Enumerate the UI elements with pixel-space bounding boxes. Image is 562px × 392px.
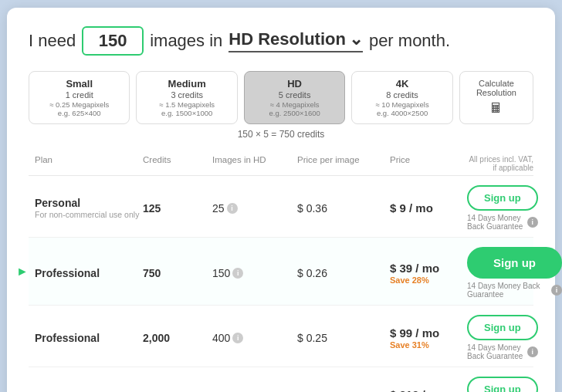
plan-price-per-image: $ 0.26 xyxy=(297,267,390,279)
table-row: Personal For non-commercial use only 125… xyxy=(29,176,533,238)
table-row: Professional 2,000 400 i $ 0.25 $ 99 / m… xyxy=(29,306,533,367)
guarantee-info-icon[interactable]: i xyxy=(551,285,562,296)
calculator-icon: 🖩 xyxy=(489,100,503,117)
signup-button[interactable]: Sign up xyxy=(467,315,538,340)
col-credits: Credits xyxy=(143,155,212,172)
signup-button[interactable]: Sign up xyxy=(467,377,538,392)
save-badge: Save 31% xyxy=(390,340,467,350)
selected-arrow-icon: ► xyxy=(16,265,29,279)
tile-medium-example: e.g. 1500×1000 xyxy=(141,109,232,117)
plan-name: Professional xyxy=(35,332,143,344)
credits-formula: 150 × 5 = 750 credits xyxy=(29,129,533,140)
plan-action: Sign up 14 Days Money Back Guarantee i xyxy=(467,247,562,299)
tile-medium-size: ≈ 1.5 Megapixels xyxy=(141,100,232,109)
resolution-label: HD Resolution xyxy=(229,29,346,49)
tile-small-example: e.g. 625×400 xyxy=(34,109,124,117)
header-suffix: per month. xyxy=(369,31,450,51)
tile-4k-title: 4K xyxy=(357,78,447,90)
tile-small-credits: 1 credit xyxy=(34,90,124,100)
resolution-tiles: Small 1 credit ≈ 0.25 Megapixels e.g. 62… xyxy=(29,71,533,124)
header-prefix: I need xyxy=(29,31,76,51)
save-badge: Save 28% xyxy=(390,275,467,285)
plan-name: Professional xyxy=(35,267,143,279)
pricing-card: I need images in HD Resolution ⌄ per mon… xyxy=(7,8,555,392)
tile-hd-example: e.g. 2500×1600 xyxy=(249,109,340,117)
plan-action: Sign up 14 Days Money Back Guarantee i xyxy=(467,185,541,231)
resolution-selector[interactable]: HD Resolution ⌄ xyxy=(229,29,363,52)
quantity-input[interactable] xyxy=(82,26,144,56)
header-middle: images in xyxy=(150,31,222,51)
plan-images: 400 i xyxy=(212,332,297,344)
tile-medium-credits: 3 credits xyxy=(141,90,232,100)
table-row: Professional 4,500 900 i $ 0.24 $ 219 / … xyxy=(29,367,533,392)
tile-4k-credits: 8 credits xyxy=(357,90,447,100)
col-plan: Plan xyxy=(35,155,143,172)
tile-4k-example: e.g. 4000×2500 xyxy=(357,109,447,117)
col-vat-note: All prices incl. VAT, if applicable xyxy=(467,155,533,172)
plan-images: 150 i xyxy=(212,267,297,279)
money-back-guarantee: 14 Days Money Back Guarantee i xyxy=(467,343,538,360)
signup-button[interactable]: Sign up xyxy=(467,247,562,279)
plan-rows: Personal For non-commercial use only 125… xyxy=(29,176,533,392)
plan-name-cell: Personal For non-commercial use only xyxy=(35,197,143,219)
plan-credits: 125 xyxy=(143,202,212,215)
signup-button[interactable]: Sign up xyxy=(467,185,538,211)
plan-price: $ 99 / mo Save 31% xyxy=(390,326,467,350)
money-back-guarantee: 14 Days Money Back Guarantee i xyxy=(467,214,538,231)
tile-hd[interactable]: HD 5 credits ≈ 4 Megapixels e.g. 2500×16… xyxy=(244,71,345,124)
tile-small-size: ≈ 0.25 Megapixels xyxy=(34,100,124,109)
tile-4k-size: ≈ 10 Megapixels xyxy=(357,100,447,109)
plan-price: $ 9 / mo xyxy=(390,201,467,215)
tile-4k[interactable]: 4K 8 credits ≈ 10 Megapixels e.g. 4000×2… xyxy=(351,71,452,124)
images-info-icon[interactable]: i xyxy=(232,333,243,343)
plan-price-per-image: $ 0.36 xyxy=(297,202,390,215)
plan-credits: 2,000 xyxy=(143,332,212,344)
plan-credits: 750 xyxy=(143,267,212,279)
table-row: ► Professional 750 150 i $ 0.26 $ 39 / m… xyxy=(29,238,533,306)
plan-action: Sign up 14 Days Money Back Guarantee i xyxy=(467,315,541,360)
chevron-down-icon: ⌄ xyxy=(349,29,363,49)
plan-price-per-image: $ 0.25 xyxy=(297,332,390,344)
tile-hd-credits: 5 credits xyxy=(249,90,340,100)
plan-price: $ 219 / mo Save 32% xyxy=(390,388,467,393)
tile-small[interactable]: Small 1 credit ≈ 0.25 Megapixels e.g. 62… xyxy=(29,71,130,124)
plan-name-cell: Professional xyxy=(35,267,143,279)
col-price-per: Price per image xyxy=(297,155,390,172)
guarantee-info-icon[interactable]: i xyxy=(527,217,538,228)
header-row: I need images in HD Resolution ⌄ per mon… xyxy=(29,26,533,56)
plan-images: 25 i xyxy=(212,202,297,215)
guarantee-info-icon[interactable]: i xyxy=(527,346,538,357)
tile-hd-size: ≈ 4 Megapixels xyxy=(249,100,340,109)
plan-action: Sign up 14 Days Money Back Guarantee i xyxy=(467,377,541,392)
tile-hd-title: HD xyxy=(249,78,340,90)
col-price: Price xyxy=(390,155,467,172)
table-header: Plan Credits Images in HD Price per imag… xyxy=(29,152,533,176)
plan-price: $ 39 / mo Save 28% xyxy=(390,262,467,285)
money-back-guarantee: 14 Days Money Back Guarantee i xyxy=(467,282,562,299)
tile-medium-title: Medium xyxy=(141,78,232,90)
tile-calculate[interactable]: CalculateResolution 🖩 xyxy=(459,71,533,124)
tile-small-title: Small xyxy=(34,78,124,90)
images-info-icon[interactable]: i xyxy=(232,268,243,279)
tile-medium[interactable]: Medium 3 credits ≈ 1.5 Megapixels e.g. 1… xyxy=(136,71,237,124)
col-images: Images in HD xyxy=(212,155,297,172)
plan-name-cell: Professional xyxy=(35,332,143,344)
tile-calc-label: CalculateResolution xyxy=(476,79,516,97)
plan-subtext: For non-commercial use only xyxy=(35,210,143,219)
images-info-icon[interactable]: i xyxy=(227,203,238,214)
plan-name: Personal xyxy=(35,197,143,209)
